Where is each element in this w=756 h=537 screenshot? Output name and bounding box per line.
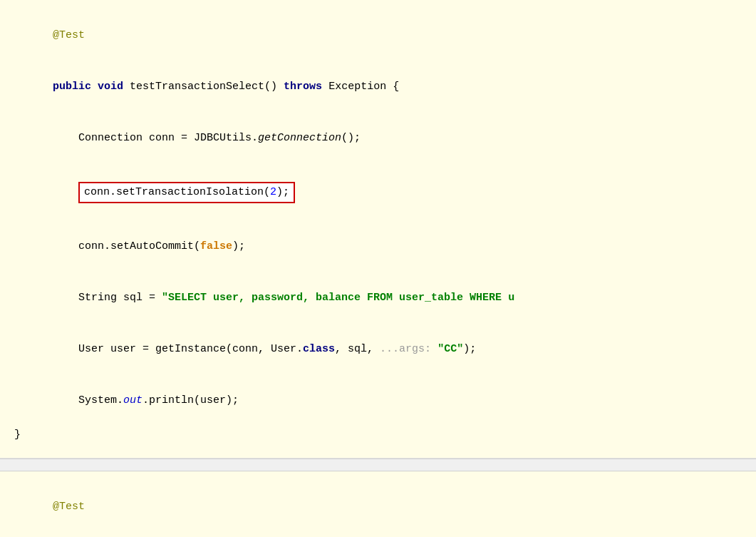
code-line-1-2: Connection conn = JDBCUtils.getConnectio… xyxy=(14,113,742,164)
section-divider xyxy=(0,459,756,471)
code-line-1-8: } xyxy=(14,426,742,444)
code-line-1-3-wrapper: conn.setTransactionIsolation(2); xyxy=(14,164,742,221)
annotation-line-2: @Test xyxy=(14,481,742,533)
code-line-1-4: conn.setAutoCommit(false); xyxy=(14,221,742,272)
code-block-1: @Test public void testTransactionSelect(… xyxy=(0,0,756,459)
code-line-1-7: System.out.println(user); xyxy=(14,375,742,426)
code-line-1-1: public void testTransactionSelect() thro… xyxy=(14,61,742,113)
args-hint-1: ...args: xyxy=(380,343,431,355)
string-select-1: "SELECT user, password, balance FROM use… xyxy=(162,292,514,304)
number-2-1: 2 xyxy=(270,186,276,198)
code-line-1-5: String sql = "SELECT user, password, bal… xyxy=(14,272,742,324)
keyword-public-1: public xyxy=(53,81,91,93)
annotation-1: @Test xyxy=(53,29,85,41)
annotation-line-1: @Test xyxy=(14,10,742,61)
code-line-2-1: public void testTransactionUpdate() thro… xyxy=(14,533,742,537)
annotation-2: @Test xyxy=(53,501,85,513)
out-1: out xyxy=(123,394,143,406)
keyword-throws-1: throws xyxy=(284,81,322,93)
code-line-1-6: User user = getInstance(conn, User.class… xyxy=(14,324,742,375)
keyword-false-1: false xyxy=(200,240,232,252)
keyword-class-1: class xyxy=(303,343,335,355)
code-container: @Test public void testTransactionSelect(… xyxy=(0,0,756,537)
highlighted-isolation-1: conn.setTransactionIsolation(2); xyxy=(78,182,295,203)
code-block-2: @Test public void testTransactionUpdate(… xyxy=(0,471,756,537)
method-getconnection-1: getConnection xyxy=(258,132,341,144)
keyword-void-1: void xyxy=(98,81,123,93)
string-cc-1: "CC" xyxy=(437,343,463,355)
